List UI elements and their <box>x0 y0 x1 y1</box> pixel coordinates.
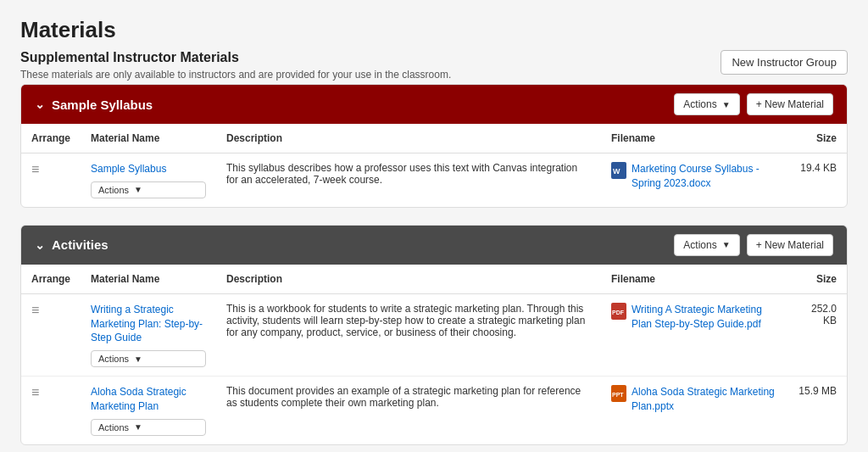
filename-cell-0-0: W Marketing Course Syllabus - Spring 202… <box>601 153 787 207</box>
group-actions-caret-activities: ▼ <box>722 240 731 249</box>
file-icon-0-0: W <box>611 162 626 179</box>
collapse-icon-activities[interactable]: ⌄ <box>35 238 45 252</box>
filename-link-1-0[interactable]: PDF Writing A Strategic Marketing Plan S… <box>611 303 777 332</box>
col-header-desc-sample-syllabus: Description <box>216 124 601 153</box>
svg-text:PDF: PDF <box>612 310 625 315</box>
group-header-left-activities: ⌄ Activities <box>35 237 108 252</box>
material-actions-caret-1-1: ▼ <box>134 422 142 432</box>
filename-text-0-0: Marketing Course Syllabus - Spring 2023.… <box>632 162 777 191</box>
group-actions-button-sample-syllabus[interactable]: Actions ▼ <box>674 93 739 115</box>
size-cell-0-0: 19.4 KB <box>787 153 847 207</box>
group-card-sample-syllabus: ⌄ Sample Syllabus Actions ▼ + New Materi… <box>20 84 848 208</box>
group-header-left-sample-syllabus: ⌄ Sample Syllabus <box>35 98 153 112</box>
group-actions-button-activities[interactable]: Actions ▼ <box>674 234 739 256</box>
filename-text-1-1: Aloha Soda Strategic Marketing Plan.pptx <box>632 385 777 414</box>
material-actions-caret-1-0: ▼ <box>134 354 142 364</box>
group-new-material-button-sample-syllabus[interactable]: + New Material <box>747 93 833 115</box>
filename-cell-1-1: PPT Aloha Soda Strategic Marketing Plan.… <box>601 377 787 444</box>
description-cell-0-0: This syllabus describes how a professor … <box>216 153 601 207</box>
group-new-material-button-activities[interactable]: + New Material <box>747 234 833 256</box>
arrange-cell-1-1: ≡ <box>21 377 81 444</box>
group-new-material-label-activities: + New Material <box>756 239 824 251</box>
group-name-activities: Activities <box>52 237 108 252</box>
col-header-filename-activities: Filename <box>601 265 787 294</box>
arrange-cell-0-0: ≡ <box>21 153 81 207</box>
materials-table-sample-syllabus: Arrange Material Name Description Filena… <box>21 124 847 207</box>
filename-link-0-0[interactable]: W Marketing Course Syllabus - Spring 202… <box>611 162 777 191</box>
page-title: Materials <box>20 17 848 43</box>
file-icon-1-0: PDF <box>611 303 626 320</box>
filename-link-1-1[interactable]: PPT Aloha Soda Strategic Marketing Plan.… <box>611 385 777 414</box>
group-actions-label-activities: Actions <box>683 239 716 251</box>
file-icon-1-1: PPT <box>611 385 626 402</box>
svg-text:W: W <box>613 167 620 176</box>
size-text-0-0: 19.4 KB <box>800 162 837 174</box>
col-header-desc-activities: Description <box>216 265 601 294</box>
group-header-activities: ⌄ Activities Actions ▼ + New Material <box>21 226 847 265</box>
material-name-link-1-1[interactable]: Aloha Soda Strategic Marketing Plan <box>91 385 206 414</box>
col-header-arrange-activities: Arrange <box>21 265 81 294</box>
filename-text-1-0: Writing A Strategic Marketing Plan Step-… <box>632 303 777 332</box>
group-header-sample-syllabus: ⌄ Sample Syllabus Actions ▼ + New Materi… <box>21 85 847 124</box>
group-name-sample-syllabus: Sample Syllabus <box>52 98 153 112</box>
page-description: These materials are only available to in… <box>20 69 451 81</box>
description-cell-1-0: This is a workbook for students to write… <box>216 293 601 376</box>
drag-handle-0-0[interactable]: ≡ <box>31 162 39 177</box>
arrange-cell-1-0: ≡ <box>21 293 81 376</box>
svg-text:PPT: PPT <box>612 392 624 398</box>
group-header-right-sample-syllabus: Actions ▼ + New Material <box>674 93 833 115</box>
size-text-1-0: 252.0 KB <box>811 303 837 326</box>
material-actions-button-0-0[interactable]: Actions ▼ <box>91 181 206 198</box>
size-cell-1-1: 15.9 MB <box>787 377 847 444</box>
material-name-link-1-0[interactable]: Writing a Strategic Marketing Plan: Step… <box>91 303 206 345</box>
collapse-icon-sample-syllabus[interactable]: ⌄ <box>35 98 45 111</box>
table-row: ≡ Writing a Strategic Marketing Plan: St… <box>21 293 847 376</box>
col-header-name-activities: Material Name <box>81 265 216 294</box>
material-actions-button-1-1[interactable]: Actions ▼ <box>91 419 206 436</box>
name-cell-0-0: Sample Syllabus Actions ▼ <box>81 153 216 207</box>
page-subtitle: Supplemental Instructor Materials <box>20 50 451 65</box>
drag-handle-1-0[interactable]: ≡ <box>31 303 39 318</box>
filename-cell-1-0: PDF Writing A Strategic Marketing Plan S… <box>601 293 787 376</box>
name-cell-1-1: Aloha Soda Strategic Marketing Plan Acti… <box>81 377 216 444</box>
table-row: ≡ Sample Syllabus Actions ▼ This syllabu… <box>21 153 847 207</box>
new-instructor-group-button[interactable]: New Instructor Group <box>721 50 848 75</box>
table-container-sample-syllabus: Arrange Material Name Description Filena… <box>21 124 847 207</box>
name-cell-1-0: Writing a Strategic Marketing Plan: Step… <box>81 293 216 376</box>
group-new-material-label-sample-syllabus: + New Material <box>756 98 824 110</box>
material-name-link-0-0[interactable]: Sample Syllabus <box>91 162 206 176</box>
col-header-size-sample-syllabus: Size <box>787 124 847 153</box>
description-cell-1-1: This document provides an example of a s… <box>216 377 601 444</box>
table-row: ≡ Aloha Soda Strategic Marketing Plan Ac… <box>21 377 847 444</box>
col-header-arrange-sample-syllabus: Arrange <box>21 124 81 153</box>
group-header-right-activities: Actions ▼ + New Material <box>674 234 833 256</box>
col-header-filename-sample-syllabus: Filename <box>601 124 787 153</box>
material-actions-caret-0-0: ▼ <box>134 185 142 194</box>
group-card-activities: ⌄ Activities Actions ▼ + New Material Ar… <box>20 225 848 445</box>
size-text-1-1: 15.9 MB <box>798 385 837 397</box>
size-cell-1-0: 252.0 KB <box>787 293 847 376</box>
material-actions-button-1-0[interactable]: Actions ▼ <box>91 350 206 367</box>
table-container-activities: Arrange Material Name Description Filena… <box>21 265 847 444</box>
drag-handle-1-1[interactable]: ≡ <box>31 385 39 400</box>
group-actions-label-sample-syllabus: Actions <box>683 98 716 110</box>
col-header-name-sample-syllabus: Material Name <box>81 124 216 153</box>
col-header-size-activities: Size <box>787 265 847 294</box>
group-actions-caret-sample-syllabus: ▼ <box>722 100 731 109</box>
materials-table-activities: Arrange Material Name Description Filena… <box>21 265 847 444</box>
